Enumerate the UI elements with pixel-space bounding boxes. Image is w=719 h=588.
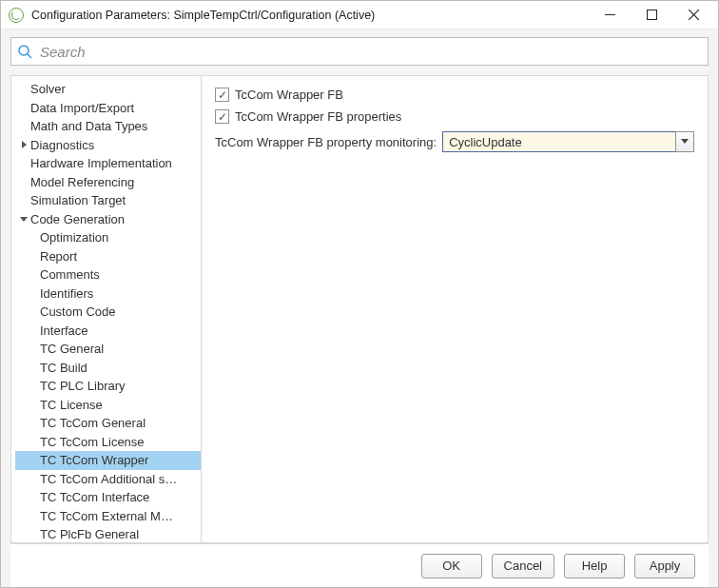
ok-button[interactable]: OK <box>421 554 482 578</box>
tree-item[interactable]: Code Generation <box>15 210 201 229</box>
tree-item[interactable]: TC PLC Library <box>15 377 201 396</box>
checkbox-row-wrapper-fb: TcCom Wrapper FB <box>215 88 694 102</box>
apply-button[interactable]: Apply <box>634 554 695 578</box>
tree-item-label: Optimization <box>40 228 108 247</box>
tree-item-label: TC General <box>40 340 104 359</box>
tree-item-label: TC Build <box>40 359 87 378</box>
tree-item-label: Custom Code <box>40 303 115 322</box>
search-input[interactable] <box>38 43 702 61</box>
tree-item-label: TC TcCom Additional s… <box>40 470 177 489</box>
tree-item-label: Hardware Implementation <box>30 154 172 173</box>
titlebar: Configuration Parameters: SimpleTempCtrl… <box>1 1 718 29</box>
main-split: SolverData Import/ExportMath and Data Ty… <box>10 75 709 543</box>
checkbox-wrapper-fb-label: TcCom Wrapper FB <box>235 88 343 102</box>
close-button[interactable] <box>672 1 714 29</box>
tree-item[interactable]: TC General <box>15 340 201 359</box>
tree-item[interactable]: Hardware Implementation <box>15 154 201 173</box>
combo-row-monitoring: TcCom Wrapper FB property monitoring: Cy… <box>215 131 694 152</box>
tree-item[interactable]: Model Referencing <box>15 173 201 192</box>
tree-item-label: TC PLC Library <box>40 377 126 396</box>
minimize-button[interactable] <box>589 1 631 29</box>
app-icon <box>9 8 24 23</box>
tree-item-label: TC TcCom General <box>40 414 146 433</box>
tree-item-label: TC TcCom License <box>40 433 145 452</box>
svg-point-4 <box>19 46 29 55</box>
tree-item[interactable]: TC TcCom Interface <box>15 488 201 507</box>
client-area: SolverData Import/ExportMath and Data Ty… <box>1 29 718 587</box>
triangle-down-icon <box>19 214 29 224</box>
tree-item-label: Data Import/Export <box>30 99 134 118</box>
dialog-footer: OK Cancel Help Apply <box>10 543 709 587</box>
chevron-down-icon <box>681 139 689 145</box>
cancel-button[interactable]: Cancel <box>492 554 554 578</box>
tree-item[interactable]: TC PlcFb General <box>15 525 201 542</box>
tree-item-label: Identifiers <box>40 284 93 304</box>
window-title: Configuration Parameters: SimpleTempCtrl… <box>31 9 589 22</box>
window-controls <box>589 1 714 29</box>
svg-rect-1 <box>647 10 656 20</box>
tree-item-label: TC TcCom Interface <box>40 488 149 507</box>
search-icon <box>17 44 32 59</box>
minimize-icon <box>605 10 615 20</box>
tree-item-label: TC TcCom Wrapper <box>40 451 148 470</box>
maximize-button[interactable] <box>631 1 672 29</box>
tree-item-label: Simulation Target <box>30 191 126 210</box>
tree-item[interactable]: TC TcCom General <box>15 414 201 433</box>
tree-item[interactable]: Interface <box>15 322 201 341</box>
tree-item[interactable]: Identifiers <box>15 284 201 304</box>
tree-item[interactable]: TC TcCom External M… <box>15 507 201 526</box>
checkbox-row-wrapper-fb-props: TcCom Wrapper FB properties <box>215 109 694 124</box>
tree-item[interactable]: TC TcCom Wrapper <box>15 451 201 470</box>
tree-item-label: TC PlcFb General <box>40 525 139 542</box>
tree-item[interactable]: Math and Data Types <box>15 117 201 136</box>
tree-item-label: Model Referencing <box>30 173 134 192</box>
tree-item-label: Math and Data Types <box>30 117 147 136</box>
help-button[interactable]: Help <box>564 554 625 578</box>
tree-item[interactable]: Diagnostics <box>15 136 201 155</box>
close-icon <box>689 10 699 20</box>
tree-item-label: Diagnostics <box>30 136 94 155</box>
tree-item[interactable]: TC TcCom Additional s… <box>15 470 201 489</box>
tree-item[interactable]: Custom Code <box>15 303 201 322</box>
checkbox-wrapper-fb-props[interactable] <box>215 109 229 124</box>
combo-monitoring[interactable]: CyclicUpdate <box>442 131 694 152</box>
tree-item[interactable]: Solver <box>15 80 201 99</box>
tree-item[interactable]: Comments <box>15 265 201 284</box>
maximize-icon <box>647 10 657 20</box>
tree-item[interactable]: TC License <box>15 396 201 415</box>
tree-item-label: TC License <box>40 396 103 415</box>
tree-item-label: Report <box>40 247 77 266</box>
tree-item-label: Code Generation <box>30 210 125 229</box>
checkbox-wrapper-fb[interactable] <box>215 88 229 102</box>
tree-item[interactable]: Report <box>15 247 201 266</box>
tree-item-label: TC TcCom External M… <box>40 507 173 526</box>
nav-tree[interactable]: SolverData Import/ExportMath and Data Ty… <box>11 76 202 542</box>
combo-monitoring-arrow[interactable] <box>675 131 694 152</box>
combo-monitoring-value: CyclicUpdate <box>442 131 675 152</box>
combo-monitoring-label: TcCom Wrapper FB property monitoring: <box>215 135 437 149</box>
tree-item[interactable]: Optimization <box>15 228 201 247</box>
tree-item[interactable]: Data Import/Export <box>15 99 201 118</box>
search-box[interactable] <box>10 37 709 66</box>
tree-item[interactable]: Simulation Target <box>15 191 201 210</box>
checkbox-wrapper-fb-props-label: TcCom Wrapper FB properties <box>235 109 401 124</box>
triangle-right-icon <box>19 140 29 149</box>
settings-panel: TcCom Wrapper FB TcCom Wrapper FB proper… <box>202 76 708 542</box>
svg-line-5 <box>28 54 31 58</box>
tree-item-label: Comments <box>40 265 100 284</box>
tree-item-label: Interface <box>40 322 88 341</box>
tree-item[interactable]: TC TcCom License <box>15 433 201 452</box>
tree-item[interactable]: TC Build <box>15 359 201 378</box>
tree-item-label: Solver <box>30 80 66 99</box>
